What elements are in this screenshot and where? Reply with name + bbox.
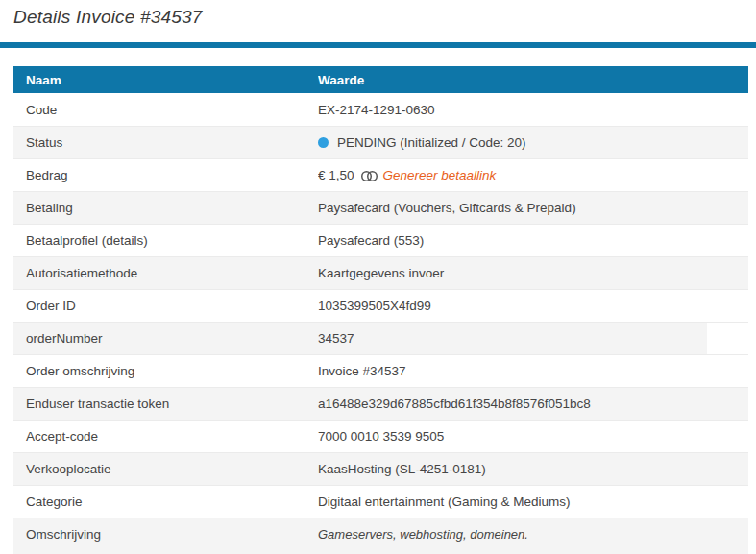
table-row-betaalprofiel: Betaalprofiel (details) Paysafecard (553… xyxy=(13,224,748,256)
row-label: Accept-code xyxy=(13,429,318,444)
table-row-categorie: Categorie Digitaal entertainment (Gaming… xyxy=(13,485,748,518)
row-value: Digitaal entertainment (Gaming & Mediums… xyxy=(318,494,748,509)
row-label: Verkooplocatie xyxy=(13,462,318,476)
table-row-accept-code: Accept-code 7000 0010 3539 9505 xyxy=(13,420,748,452)
table-row-verkooplocatie: Verkooplocatie KaasHosting (SL-4251-0181… xyxy=(13,452,748,485)
row-label: Betaalprofiel (details) xyxy=(13,233,318,248)
table-header-row: Naam Waarde xyxy=(13,66,748,93)
row-value: Paysafecard (Vouchers, Giftcards & Prepa… xyxy=(318,201,748,215)
row-value: PENDING (Initialized / Code: 20) xyxy=(318,135,748,150)
row-label: Autorisatiemethode xyxy=(13,266,318,280)
table-row-code: Code EX-2174-1291-0630 xyxy=(13,93,748,126)
status-dot-icon xyxy=(318,137,329,148)
row-value: € 1,50 Genereer betaallink xyxy=(318,168,748,182)
status-text: PENDING (Initialized / Code: 20) xyxy=(337,135,526,150)
generate-payment-link[interactable]: Genereer betaallink xyxy=(383,168,497,182)
table-row-autorisatiemethode: Autorisatiemethode Kaartgegevens invoer xyxy=(13,256,748,289)
row-label: Bedrag xyxy=(13,168,318,182)
link-chain-icon xyxy=(361,171,378,181)
table-row-omschrijving: Omschrijving Gameservers, webhosting, do… xyxy=(13,518,748,554)
row-label: Code xyxy=(13,103,318,117)
table-row-enduser-token: Enduser transactie token a16488e329d6788… xyxy=(13,387,748,420)
row-value: 1035399505X4fd99 xyxy=(318,299,748,313)
row-value: Kaartgegevens invoer xyxy=(318,266,748,280)
row-value: 7000 0010 3539 9505 xyxy=(318,429,748,444)
row-label: Betaling xyxy=(13,201,318,215)
table-row-ordernumber: orderNumber 34537 xyxy=(13,322,748,354)
row-label: Order ID xyxy=(13,299,318,313)
table-row-order-omschrijving: Order omschrijving Invoice #34537 xyxy=(13,354,748,387)
row-label: Order omschrijving xyxy=(13,364,318,378)
row-value: KaasHosting (SL-4251-0181) xyxy=(318,462,748,476)
table-row-betaling: Betaling Paysafecard (Vouchers, Giftcard… xyxy=(13,191,748,224)
row-value: Invoice #34537 xyxy=(318,364,748,378)
row-label: orderNumber xyxy=(13,331,318,346)
row-label: Omschrijving xyxy=(13,527,318,542)
column-header-waarde: Waarde xyxy=(318,73,748,87)
row-value: Gameservers, webhosting, domeinen. xyxy=(318,527,748,542)
row-value: 34537 xyxy=(318,331,748,346)
invoice-details-table: Naam Waarde Code EX-2174-1291-0630 Statu… xyxy=(13,66,748,554)
table-row-status: Status PENDING (Initialized / Code: 20) xyxy=(13,126,748,158)
row-label: Status xyxy=(13,135,318,150)
row-label: Categorie xyxy=(13,494,318,509)
page-title: Details Invoice #34537 xyxy=(13,7,756,28)
row-value: Paysafecard (553) xyxy=(318,233,748,248)
row-label: Enduser transactie token xyxy=(13,397,318,411)
accent-divider-bar xyxy=(0,42,756,48)
row-value: a16488e329d67885cfbd61f354b8f8576f051bc8 xyxy=(318,397,748,411)
table-row-bedrag: Bedrag € 1,50 Genereer betaallink xyxy=(13,158,748,191)
amount-text: € 1,50 xyxy=(318,168,354,182)
table-row-order-id: Order ID 1035399505X4fd99 xyxy=(13,289,748,322)
column-header-naam: Naam xyxy=(13,73,318,87)
row-value: EX-2174-1291-0630 xyxy=(318,103,748,117)
